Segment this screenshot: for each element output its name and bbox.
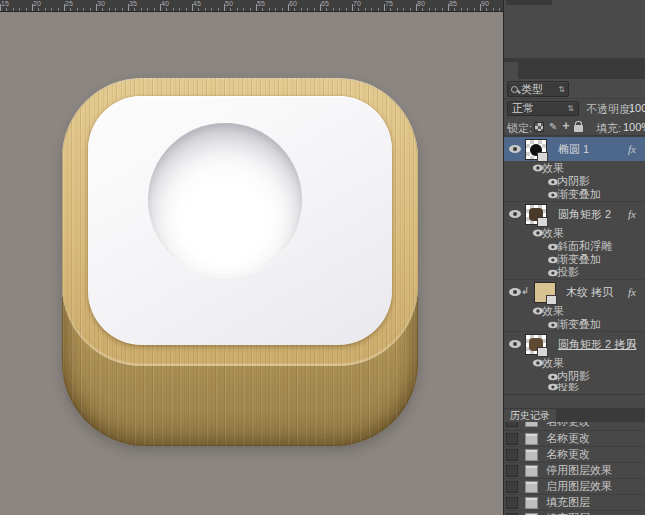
tab-layers[interactable] <box>504 62 518 79</box>
filter-shape-layers-icon[interactable] <box>628 81 642 96</box>
blend-mode-row: 正常 ⇅ 不透明度: 100% <box>504 99 645 118</box>
layer-thumbnail[interactable] <box>525 334 547 355</box>
layer-fx-badge[interactable]: fx <box>628 338 636 350</box>
photoshop-window: 1520253035404550556065707580859095 00 像素… <box>0 0 645 515</box>
layer-row[interactable]: 投影 <box>504 383 645 391</box>
layer-fx-badge[interactable]: fx <box>628 143 636 155</box>
lock-position-icon[interactable]: + <box>562 121 569 132</box>
visibility-eye-icon[interactable] <box>508 288 521 296</box>
layer-row[interactable]: 渐变叠加 <box>504 188 645 201</box>
tab-channels[interactable] <box>518 62 532 79</box>
photo-filter-icon[interactable] <box>578 25 592 39</box>
layer-fx-badge[interactable]: fx <box>628 208 636 220</box>
adjustments-row-2 <box>504 25 645 40</box>
filter-kind-dropdown[interactable]: 类型 ⇅ <box>507 81 569 97</box>
lock-all-icon[interactable] <box>574 125 583 132</box>
layer-name[interactable]: 椭圆 1 <box>558 142 589 157</box>
layer-name[interactable]: 内阴影 <box>557 369 590 384</box>
color-lookup-icon[interactable] <box>618 25 632 39</box>
black-white-icon[interactable] <box>558 25 572 39</box>
layer-row[interactable]: 效果 <box>504 226 645 240</box>
layer-row[interactable]: 内阴影 <box>504 370 645 383</box>
layer-row[interactable]: 效果 <box>504 304 645 318</box>
layer-name[interactable]: 投影 <box>557 265 579 280</box>
layer-thumbnail[interactable] <box>525 139 547 160</box>
history-state-icon <box>525 465 538 477</box>
visibility-eye-icon[interactable] <box>508 145 521 153</box>
hue-saturation-icon[interactable] <box>518 25 532 39</box>
horizontal-ruler[interactable]: 1520253035404550556065707580859095 <box>0 0 503 12</box>
layers-list: 椭圆 1 fx 效果 内阴影 <box>504 136 645 394</box>
blend-mode-dropdown[interactable]: 正常 ⇅ <box>507 101 579 116</box>
history-row[interactable]: 名称更改 <box>504 447 645 463</box>
layer-row[interactable]: 圆角矩形 2 拷贝 fx <box>504 331 645 356</box>
clipped-panel-tab[interactable] <box>506 0 552 5</box>
opacity-value[interactable]: 100% <box>629 102 645 114</box>
history-list: 名称更改 名称更改 名称更改 停用图层效果 启用图层效果 <box>504 422 645 515</box>
ruler-number: 20 <box>33 0 41 7</box>
visibility-eye-icon[interactable] <box>508 210 521 218</box>
adjustments-row-3 <box>504 42 645 57</box>
filter-type-layers-icon[interactable] <box>610 81 624 96</box>
curves-icon[interactable] <box>568 8 582 22</box>
layer-row[interactable]: 效果 <box>504 356 645 370</box>
history-source-checkbox[interactable] <box>506 481 518 493</box>
layer-name[interactable]: 投影 <box>557 383 579 391</box>
fill-value[interactable]: 100% <box>623 121 645 133</box>
layer-fx-badge[interactable]: fx <box>628 286 636 298</box>
lock-transparent-pixels-icon[interactable] <box>534 122 544 132</box>
layer-name[interactable]: 渐变叠加 <box>557 187 601 202</box>
layer-name[interactable]: 渐变叠加 <box>557 317 601 332</box>
history-row[interactable]: 填充图层 <box>504 495 645 511</box>
ruler-number: 90 <box>481 0 489 7</box>
exposure-icon[interactable] <box>588 8 602 22</box>
visibility-eye-icon[interactable] <box>508 340 521 348</box>
adjustments-panel <box>504 0 645 59</box>
layer-name[interactable]: 木纹 拷贝 <box>566 285 613 300</box>
gradient-map-icon[interactable] <box>608 42 622 56</box>
ruler-number: 55 <box>257 0 265 7</box>
history-row[interactable]: 名称更改 <box>504 422 645 431</box>
history-source-checkbox[interactable] <box>506 497 518 509</box>
tab-paths[interactable] <box>532 62 546 79</box>
layers-toolbar <box>504 394 645 408</box>
history-source-checkbox[interactable] <box>506 422 518 427</box>
lock-image-pixels-icon[interactable]: ✎ <box>549 121 557 132</box>
layer-row[interactable]: 投影 <box>504 266 645 279</box>
layer-row[interactable]: 渐变叠加 <box>504 318 645 331</box>
layer-thumbnail[interactable] <box>525 204 547 225</box>
threshold-icon[interactable] <box>568 42 582 56</box>
history-row[interactable]: 启用图层效果 <box>504 479 645 495</box>
history-row[interactable]: 填充图层 <box>504 511 645 515</box>
layer-row[interactable]: 椭圆 1 fx <box>504 136 645 161</box>
vibrance-icon[interactable] <box>608 8 622 22</box>
levels-icon[interactable] <box>548 8 562 22</box>
adjustments-row-1 <box>504 8 645 23</box>
posterize-icon[interactable] <box>548 42 562 56</box>
history-row[interactable]: 停用图层效果 <box>504 463 645 479</box>
lock-row: 锁定: ✎ + 填充: 100% <box>504 118 645 136</box>
history-source-checkbox[interactable] <box>506 465 518 477</box>
history-state-label: 名称更改 <box>546 447 590 462</box>
history-source-checkbox[interactable] <box>506 449 518 461</box>
layer-thumbnail[interactable] <box>534 282 556 303</box>
layer-name[interactable]: 圆角矩形 2 <box>558 207 611 222</box>
layer-row[interactable]: 圆角矩形 2 fx <box>504 201 645 226</box>
selective-color-icon[interactable] <box>588 42 602 56</box>
ruler-number: 80 <box>417 0 425 7</box>
layer-row[interactable]: 效果 <box>504 161 645 175</box>
history-row[interactable]: 名称更改 <box>504 431 645 447</box>
layer-name[interactable]: 圆角矩形 2 拷贝 <box>558 337 636 352</box>
lock-label: 锁定: <box>507 121 532 136</box>
history-source-checkbox[interactable] <box>506 433 518 445</box>
invert-icon[interactable] <box>528 42 542 56</box>
filter-adjustment-layers-icon[interactable] <box>592 81 606 96</box>
right-panel: 类型 ⇅ 正常 ⇅ 不透明度: 100% 锁定: ✎ + 填充: <box>503 0 645 515</box>
canvas-area[interactable]: 1520253035404550556065707580859095 00 像素… <box>0 0 503 494</box>
tab-history[interactable]: 历史记录 <box>504 409 556 422</box>
channel-mixer-icon[interactable] <box>598 25 612 39</box>
filter-pixel-layers-icon[interactable] <box>574 81 588 96</box>
layer-row[interactable]: ↲ 木纹 拷贝 fx <box>504 279 645 304</box>
color-balance-icon[interactable] <box>538 25 552 39</box>
brightness-contrast-icon[interactable] <box>528 8 542 22</box>
